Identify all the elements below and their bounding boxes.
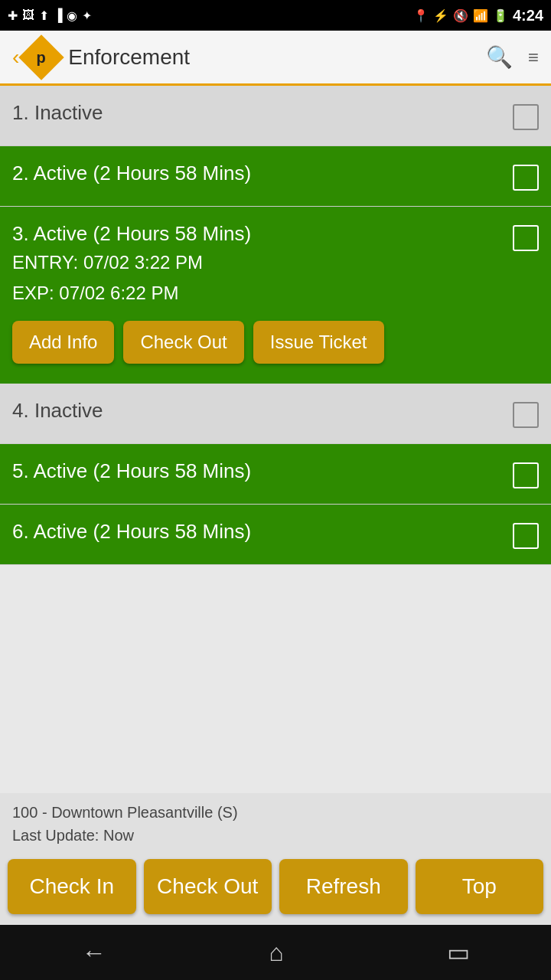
- search-button[interactable]: 🔍: [486, 44, 513, 70]
- item-label-block: 2. Active (2 Hours 58 Mins): [12, 162, 251, 185]
- item-label-block: 1. Inactive: [12, 101, 103, 125]
- item-label-block: 4. Inactive: [12, 399, 103, 423]
- upload-icon: ⬆: [39, 8, 49, 23]
- list-item[interactable]: 5. Active (2 Hours 58 Mins): [0, 444, 551, 505]
- bluetooth-icon: ⚡: [433, 8, 448, 23]
- item-checkbox[interactable]: [513, 523, 539, 549]
- check-in-button[interactable]: Check In: [8, 859, 136, 914]
- motorola-icon: ◉: [67, 8, 77, 23]
- item-label: 5. Active (2 Hours 58 Mins): [12, 459, 251, 483]
- item-checkbox[interactable]: [513, 402, 539, 428]
- image-icon: 🖼: [22, 8, 34, 22]
- top-button[interactable]: Top: [416, 859, 544, 914]
- menu-button[interactable]: ≡: [528, 47, 539, 68]
- item-entry: ENTRY: 07/02 3:22 PM: [12, 249, 251, 276]
- item-label: 4. Inactive: [12, 399, 103, 423]
- app-logo: p: [19, 34, 64, 80]
- list-item[interactable]: 4. Inactive: [0, 384, 551, 444]
- add-icon: ✚: [8, 8, 18, 23]
- status-icons-right: 📍 ⚡ 🔇 📶 🔋 4:24: [413, 7, 543, 24]
- back-nav-icon[interactable]: ←: [81, 939, 106, 967]
- status-icons-left: ✚ 🖼 ⬆ ▐ ◉ ✦: [8, 8, 92, 23]
- list-item[interactable]: 6. Active (2 Hours 58 Mins): [0, 505, 551, 565]
- header: ‹ p Enforcement 🔍 ≡: [0, 31, 551, 86]
- content-area: 1. Inactive 2. Active (2 Hours 58 Mins) …: [0, 86, 551, 793]
- item-label: 1. Inactive: [12, 101, 103, 125]
- status-bar: ✚ 🖼 ⬆ ▐ ◉ ✦ 📍 ⚡ 🔇 📶 🔋 4:24: [0, 0, 551, 31]
- bottom-action-bar: Check In Check Out Refresh Top: [0, 851, 551, 925]
- action-buttons: Add Info Check Out Issue Ticket: [12, 321, 384, 368]
- item-label-block: 3. Active (2 Hours 58 Mins) ENTRY: 07/02…: [12, 222, 251, 307]
- item-label-block: 6. Active (2 Hours 58 Mins): [12, 520, 251, 544]
- add-info-button[interactable]: Add Info: [12, 321, 114, 364]
- logo-letter: p: [37, 48, 46, 66]
- bottom-check-out-button[interactable]: Check Out: [144, 859, 272, 914]
- item-text-row: 3. Active (2 Hours 58 Mins) ENTRY: 07/02…: [12, 222, 539, 307]
- page-title: Enforcement: [68, 45, 486, 70]
- item-exp: EXP: 07/02 6:22 PM: [12, 279, 251, 307]
- location-pin-icon: 📍: [413, 8, 429, 23]
- item-label: 6. Active (2 Hours 58 Mins): [12, 520, 251, 544]
- footer-last-update: Last Update: Now: [12, 824, 539, 847]
- issue-ticket-button[interactable]: Issue Ticket: [253, 321, 384, 364]
- nav-icon: ✦: [82, 8, 92, 23]
- item-checkbox[interactable]: [513, 225, 539, 251]
- list-item-expanded[interactable]: 3. Active (2 Hours 58 Mins) ENTRY: 07/02…: [0, 207, 551, 384]
- list-item[interactable]: 1. Inactive: [0, 86, 551, 146]
- navigation-bar: ← ⌂ ▭: [0, 925, 551, 980]
- recents-nav-icon[interactable]: ▭: [447, 938, 470, 967]
- home-nav-icon[interactable]: ⌂: [269, 939, 283, 967]
- item-label-block: 5. Active (2 Hours 58 Mins): [12, 459, 251, 483]
- battery-icon: 🔋: [493, 8, 508, 23]
- signal-bars-icon: ▐: [54, 8, 62, 22]
- item-label: 3. Active (2 Hours 58 Mins): [12, 222, 251, 246]
- item-checkbox[interactable]: [513, 462, 539, 488]
- list-item[interactable]: 2. Active (2 Hours 58 Mins): [0, 146, 551, 207]
- refresh-button[interactable]: Refresh: [279, 859, 408, 914]
- item-label: 2. Active (2 Hours 58 Mins): [12, 162, 251, 185]
- time-display: 4:24: [513, 7, 543, 24]
- item-checkbox[interactable]: [513, 165, 539, 191]
- check-out-button[interactable]: Check Out: [123, 321, 243, 364]
- footer-location: 100 - Downtown Pleasantville (S): [12, 801, 539, 824]
- wifi-icon: 📶: [473, 8, 488, 23]
- footer-info: 100 - Downtown Pleasantville (S) Last Up…: [0, 793, 551, 851]
- mute-icon: 🔇: [453, 8, 468, 23]
- item-checkbox[interactable]: [513, 104, 539, 130]
